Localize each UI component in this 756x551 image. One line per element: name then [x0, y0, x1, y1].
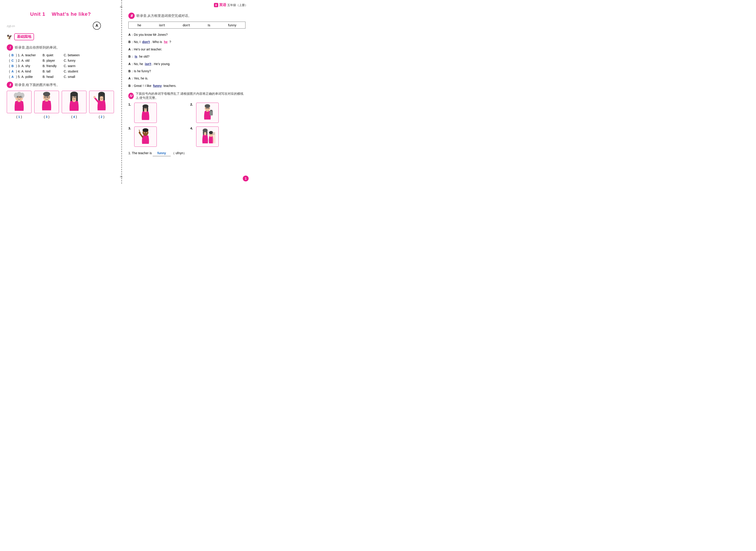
speaker-B-4: B — [128, 55, 131, 58]
person-svg-2 — [34, 91, 59, 113]
iv-img-item-2: 2. — [190, 103, 246, 123]
svg-line-35 — [95, 97, 98, 102]
answer-1: B — [11, 53, 15, 57]
iv-person-3-svg — [136, 128, 154, 146]
item2-b: B. player — [43, 59, 63, 62]
svg-rect-30 — [98, 94, 100, 101]
svg-rect-63 — [144, 135, 146, 136]
section4-title: 下面括号内的单词字母顺序乱了,请根据图片内容将正确的单词写在对应的横线上,使句意… — [135, 92, 246, 100]
section3-header: Ⅲ 听录音,从方框里选词填空完成对话。 — [128, 13, 246, 19]
answer-5: A — [11, 75, 15, 79]
unit-title: Unit 1 What's he like? — [7, 11, 114, 17]
svg-point-42 — [146, 108, 147, 109]
svg-point-41 — [144, 108, 144, 109]
jichu-banner: 🦅 基础园地 — [7, 33, 114, 40]
num-answer-4: 2 — [101, 115, 102, 119]
word-box: he isn't don't Is funny — [128, 22, 246, 29]
answer-4: A — [11, 70, 15, 73]
svg-point-5 — [20, 97, 21, 97]
blank-funny-iv: funny — [157, 151, 166, 155]
quiz-item-4: ( A ) 4. A. kind B. tall C. student — [9, 70, 114, 73]
blank-he: he — [163, 40, 168, 44]
svg-rect-70 — [206, 130, 208, 135]
dialog-line-4: B：Is he old? — [128, 54, 246, 59]
svg-rect-31 — [103, 94, 105, 101]
svg-point-22 — [72, 97, 73, 97]
item4-c: C. student — [64, 70, 78, 73]
unit-question: What's he like? — [52, 11, 91, 17]
iv-num-3: 3. — [128, 126, 131, 130]
item5-c: C. small — [64, 75, 75, 79]
svg-rect-78 — [210, 136, 212, 137]
section2-images: ( 1 ) ( 3 ) ( 4 ) ( 2 ) — [7, 91, 114, 119]
section1-header: Ⅰ 听录音,选出你所听到的单词。 — [7, 44, 114, 51]
svg-point-50 — [208, 108, 209, 109]
jichu-icon: 🦅 — [7, 34, 12, 40]
answer-3: B — [11, 64, 15, 68]
word-funny: funny — [226, 23, 239, 27]
iv-img-box-3 — [134, 126, 157, 147]
iv-num-4: 4. — [190, 126, 193, 130]
dialog-text-7: Yes, he is. — [134, 76, 148, 80]
speaker-A-3: A — [128, 47, 131, 51]
item4-b: B. tall — [43, 70, 63, 73]
section2-title: 听录音,给下面的图片标序号。 — [15, 83, 60, 87]
img-box-1 — [7, 91, 32, 113]
iv-img-box-1 — [134, 103, 157, 123]
svg-rect-81 — [214, 132, 215, 133]
svg-rect-27 — [73, 101, 75, 102]
answer-2: C — [11, 59, 15, 62]
svg-point-32 — [100, 96, 101, 97]
svg-point-61 — [144, 132, 144, 133]
iv-person-2-svg — [199, 104, 217, 122]
svg-line-66 — [139, 130, 140, 132]
speaker-B-6: B — [128, 69, 131, 73]
dialog-text-3: He's our art teacher. — [134, 47, 162, 51]
dialog-line-6: B：Is he funny? — [128, 69, 246, 74]
img-grid — [7, 91, 114, 113]
word-isnt: isn't — [157, 23, 167, 27]
section3-num: Ⅲ — [128, 13, 135, 19]
speaker-A-5: A — [128, 62, 131, 66]
right-panel: Ⅲ 听录音,从方框里选词填空完成对话。 he isn't don't Is fu… — [122, 0, 252, 184]
iv-img-item-3: 3. — [128, 126, 183, 147]
num-answer-2: 3 — [46, 115, 47, 119]
svg-rect-55 — [210, 110, 213, 115]
svg-point-13 — [47, 97, 48, 97]
svg-point-33 — [102, 96, 103, 97]
page-number: 1 — [243, 175, 249, 181]
svg-rect-20 — [70, 94, 72, 102]
item5-b: B. head — [43, 75, 63, 79]
svg-rect-73 — [204, 134, 206, 135]
item4-a: A. kind — [21, 70, 42, 73]
section1-list: ( B ) 1. A. teacher B. quiet C. between … — [9, 53, 114, 79]
svg-point-77 — [212, 134, 212, 135]
svg-rect-82 — [213, 134, 214, 135]
word-dont: don't — [180, 23, 192, 27]
section1-num: Ⅰ — [7, 44, 13, 51]
img-numbers: ( 1 ) ( 3 ) ( 4 ) ( 2 ) — [7, 115, 114, 119]
section1-title: 听录音,选出你所听到的单词。 — [15, 45, 60, 50]
section4-num: Ⅳ — [128, 93, 134, 99]
svg-point-12 — [45, 97, 46, 97]
blank-dont: don't — [141, 40, 151, 44]
svg-rect-17 — [45, 100, 48, 101]
svg-point-36 — [93, 96, 96, 98]
item2-a: A. old — [21, 59, 42, 62]
svg-rect-83 — [214, 134, 215, 135]
svg-point-71 — [204, 132, 205, 133]
iv-person-4-svg — [199, 128, 217, 146]
item3-num: 3. — [18, 64, 20, 68]
dialog-line-5: A：No, he isn't. He's young. — [128, 61, 246, 66]
jichu-textbox: 基础园地 — [14, 33, 34, 40]
quiz-item-1: ( B ) 1. A. teacher B. quiet C. between — [9, 53, 114, 57]
dialog-line-3: A：He's our art teacher. — [128, 47, 246, 52]
svg-point-11 — [43, 92, 50, 96]
num-answer-3: 4 — [73, 115, 75, 119]
quiz-item-2: ( C ) 2. A. old B. player C. funny — [9, 59, 114, 62]
item2-c: C. funny — [64, 59, 75, 62]
svg-rect-79 — [213, 132, 216, 143]
item5-a: A. polite — [21, 75, 42, 79]
item5-num: 5. — [18, 75, 20, 79]
svg-point-62 — [146, 132, 147, 133]
